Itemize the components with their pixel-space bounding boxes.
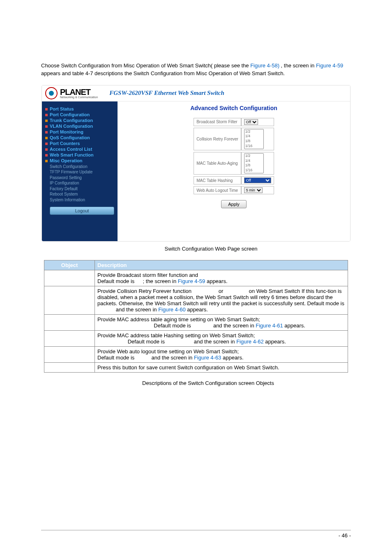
logout-button[interactable]: Logout	[50, 207, 114, 215]
cell-description: Provide Collision Retry Forever function…	[95, 286, 348, 314]
sidebar-nav: Port Status Port Configuration Trunk Con…	[42, 101, 118, 241]
config-table: Broadcast Storm Filter Off Collision Ret…	[194, 116, 274, 196]
subnav-reboot-system[interactable]: Reboot System	[50, 191, 114, 197]
label-broadcast-storm-filter: Broadcast Storm Filter	[194, 118, 241, 126]
description-table: Object Description Broadcast Storm Filte…	[44, 260, 348, 373]
intro-text: appears and table 4-7 descriptions the S…	[41, 70, 285, 76]
subnav-switch-configuration[interactable]: Switch Configuration	[50, 164, 114, 170]
bullet-icon	[45, 120, 48, 122]
cell-object: MAC Table Auto-Aging	[44, 314, 95, 330]
panel-title: Advanced Switch Configuration	[121, 105, 347, 111]
select-mac-table-hashing[interactable]: Off CRC Hash	[244, 177, 271, 183]
nav-web-smart-function[interactable]: Web Smart Function	[45, 152, 114, 157]
bullet-icon	[45, 114, 48, 116]
bullet-icon	[45, 160, 48, 162]
select-web-auto-logout-time[interactable]: 5 min	[244, 187, 263, 193]
cell-description: Provide Web auto logout time setting on …	[95, 346, 348, 362]
cell-object: Broadcast Storm Filter	[44, 270, 95, 286]
figure-link[interactable]: Figure 4-63	[194, 355, 221, 361]
figure-caption: Figure 4-59 Switch Configuration Web Pag…	[41, 246, 351, 252]
nav-port-monitoring[interactable]: Port Monitoring	[45, 129, 114, 134]
select-collision-retry-forever[interactable]: 1/2 1/4 1/8 1/16	[244, 129, 264, 149]
bullet-icon	[45, 143, 48, 145]
table-row: MAC Table Hashing Provide MAC address ta…	[44, 330, 348, 346]
bullet-icon	[45, 131, 48, 134]
label-mac-table-auto-aging: MAC Table Auto-Aging	[194, 152, 241, 175]
table-caption: Table 4-7 Descriptions of the Switch Con…	[41, 380, 351, 386]
row-mac-table-auto-aging: MAC Table Auto-Aging 1/2 1/4 1/8 1/16	[194, 152, 274, 175]
figure-link-4-59[interactable]: Figure 4-59	[316, 62, 343, 69]
main-panel: Advanced Switch Configuration Broadcast …	[118, 101, 350, 241]
product-name: FGSW-2620VSF Ethernet Web Smart Switch	[109, 90, 224, 97]
table-row: Web Auto Logout Time Provide Web auto lo…	[44, 346, 348, 362]
subnav-system-information[interactable]: System Information	[50, 197, 114, 203]
label-web-auto-logout-time: Web Auto Logout Time	[194, 186, 241, 194]
figure-link[interactable]: Figure 4-61	[256, 322, 283, 329]
cell-object: MAC Table Hashing	[44, 330, 95, 346]
intro-paragraph: Choose Switch Configuration from Misc Op…	[41, 62, 351, 78]
subnav-tftp-firmware-update[interactable]: TFTP Firmware Update	[50, 169, 114, 175]
cell-object: Collision Retry Forever	[44, 286, 95, 314]
bullet-icon	[45, 137, 48, 139]
bullet-icon	[45, 154, 48, 157]
table-row: Collision Retry Forever Provide Collisio…	[44, 286, 348, 314]
select-broadcast-storm-filter[interactable]: Off	[244, 119, 258, 125]
label-mac-table-hashing: MAC Table Hashing	[194, 176, 241, 184]
table-header-row: Object Description	[44, 260, 348, 270]
nav-port-status[interactable]: Port Status	[45, 106, 114, 111]
planet-logo-icon	[45, 87, 58, 99]
nav-access-control-list[interactable]: Access Control List	[45, 147, 114, 152]
bullet-icon	[45, 108, 48, 111]
figure-link[interactable]: Figure 4-60	[158, 306, 185, 313]
nav-qos-configuration[interactable]: QoS Configuration	[45, 135, 114, 140]
cell-description: Provide MAC address table aging time set…	[95, 314, 348, 330]
table-row: MAC Table Auto-Aging Provide MAC address…	[44, 314, 348, 330]
header-object: Object	[44, 260, 95, 270]
header-description: Description	[95, 260, 348, 270]
bullet-icon	[45, 125, 48, 128]
subnav-ip-configuration[interactable]: IP Configuration	[50, 180, 114, 186]
brand-tagline: Networking & Communication	[60, 96, 98, 99]
cell-description: Provide MAC address table Hashing settin…	[95, 330, 348, 346]
intro-text: Choose Switch Configuration from Misc Op…	[41, 62, 250, 69]
select-mac-table-auto-aging[interactable]: 1/2 1/4 1/8 1/16	[244, 153, 264, 173]
row-broadcast-storm-filter: Broadcast Storm Filter Off	[194, 118, 274, 126]
bullet-icon	[45, 148, 48, 151]
nav-port-configuration[interactable]: Port Configuration	[45, 112, 114, 117]
screenshot-body: Port Status Port Configuration Trunk Con…	[42, 101, 350, 241]
intro-text: , the screen in	[281, 62, 316, 69]
embedded-screenshot: PLANET Networking & Communication FGSW-2…	[42, 85, 350, 242]
figure-link[interactable]: Figure 4-62	[236, 339, 263, 345]
apply-button[interactable]: Apply	[221, 200, 247, 208]
table-row: Broadcast Storm Filter Provide Broadcast…	[44, 270, 348, 286]
nav-misc-operation[interactable]: Misc Operation	[45, 158, 114, 163]
nav-port-counters[interactable]: Port Counters	[45, 141, 114, 146]
table-row: Apply Press this button for save current…	[44, 362, 348, 372]
subnav-factory-default[interactable]: Factory Default	[50, 186, 114, 192]
figure-link-4-58[interactable]: Figure 4-58)	[250, 62, 279, 69]
row-mac-table-hashing: MAC Table Hashing Off CRC Hash	[194, 176, 274, 184]
nav-trunk-configuration[interactable]: Trunk Configuration	[45, 118, 114, 123]
screenshot-header: PLANET Networking & Communication FGSW-2…	[42, 85, 350, 101]
document-page: Choose Switch Configuration from Misc Op…	[0, 0, 392, 555]
row-collision-retry-forever: Collision Retry Forever 1/2 1/4 1/8 1/16	[194, 128, 274, 150]
row-web-auto-logout-time: Web Auto Logout Time 5 min	[194, 186, 274, 194]
cell-object: Web Auto Logout Time	[44, 346, 95, 362]
cell-object: Apply	[44, 362, 95, 372]
nav-vlan-configuration[interactable]: VLAN Configuration	[45, 124, 114, 129]
subnav-password-setting[interactable]: Password Setting	[50, 175, 114, 181]
label-collision-retry-forever: Collision Retry Forever	[194, 128, 241, 150]
page-number: - 46 -	[339, 532, 351, 539]
footer-rule	[41, 530, 351, 530]
cell-description: Press this button for save current Switc…	[95, 362, 348, 372]
figure-link[interactable]: Figure 4-59	[178, 278, 205, 284]
cell-description: Provide Broadcast storm filter function …	[95, 270, 348, 286]
